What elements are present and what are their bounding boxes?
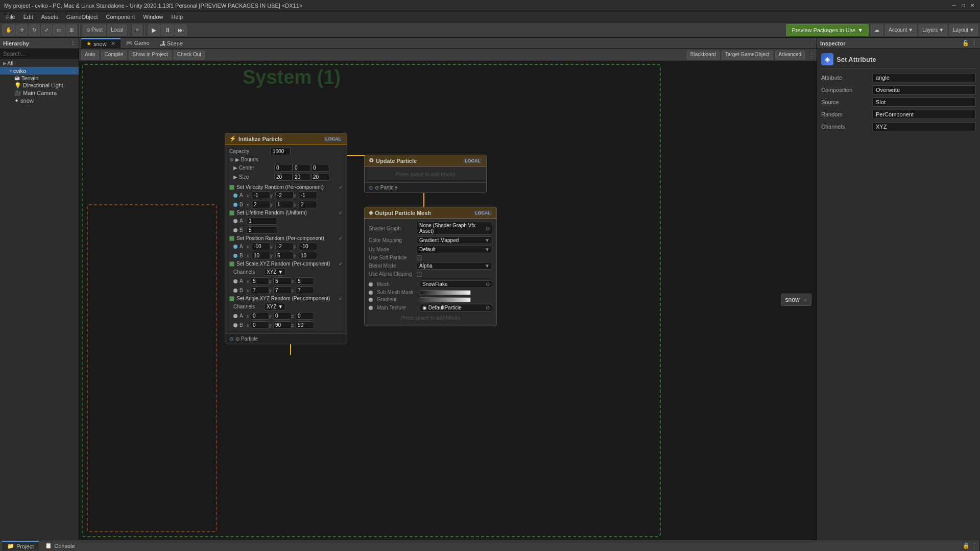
pause-button[interactable]: ⏸: [161, 25, 174, 36]
vfx-mesh: Mesh SnowFlake ⊙: [369, 280, 492, 288]
inspector-title: Inspector: [820, 40, 846, 46]
toolbar-transform[interactable]: ⊞: [66, 25, 77, 36]
snow-tag[interactable]: snow +: [781, 294, 811, 306]
hierarchy-terrain[interactable]: 🏔 Terrain: [0, 75, 79, 82]
title-text: My project - cviko - PC, Mac & Linux Sta…: [4, 3, 950, 9]
tab-project[interactable]: 📁 Project: [2, 541, 39, 550]
vfx-init-node[interactable]: ⚡ Initialize Particle LOCAL Capacity 100…: [225, 133, 347, 344]
toolbar-collab[interactable]: ☁: [871, 25, 883, 36]
vfx-pos-header: Set Position Random (Per-component) ✓: [229, 235, 343, 241]
project-lock[interactable]: 🔒: [963, 542, 970, 549]
vfx-capacity-row: Capacity 1000: [229, 148, 343, 155]
scene-toolbar-menu[interactable]: ⋮: [809, 52, 815, 58]
vfx-angle-b: B x 0 y 90 z 90: [233, 321, 343, 329]
preview-packages-button[interactable]: Preview Packages in Use ▼: [786, 24, 869, 36]
hierarchy-maincamera[interactable]: 🎥 Main Camera: [0, 89, 79, 97]
toolbar-scale[interactable]: ⤢: [41, 25, 52, 36]
toolbar-move[interactable]: ✛: [16, 25, 28, 36]
main-area: Hierarchy ⋮ ▶ All ▼ cviko ⋮ 🏔 Terrain: [0, 38, 980, 540]
vfx-size-row: ▶ Size 20 20 20: [233, 173, 343, 181]
menu-gameobject[interactable]: GameObject: [62, 13, 102, 21]
blackboard-btn[interactable]: Blackboard: [687, 51, 720, 60]
vfx-output-pressspace: Press space to add blocks: [369, 313, 492, 323]
toolbar-layers[interactable]: Layers ▼: [919, 25, 947, 36]
show-in-project-btn[interactable]: Show in Project: [129, 51, 171, 60]
vfx-gradient: Gradient: [369, 297, 492, 302]
vfx-sub-mesh-mask-preview[interactable]: [420, 290, 471, 295]
vfx-inner-border: [87, 204, 217, 532]
tab-console[interactable]: 📋 Console: [40, 541, 80, 550]
scene-panel: ★ snow ✕ 🎮 Game 🏞 Scene ⋮ Auto Compile S…: [79, 38, 817, 540]
play-button[interactable]: ▶: [148, 25, 160, 36]
hierarchy-header: Hierarchy ⋮: [0, 38, 79, 49]
target-gameobject-btn[interactable]: Target GameObject: [722, 51, 773, 60]
vfx-output-node[interactable]: ◈ Output Particle Mesh LOCAL Shader Grap…: [364, 207, 497, 326]
inspector-header: Inspector 🔓 ⋮: [817, 38, 980, 49]
toolbar-hand[interactable]: ✋: [2, 25, 15, 36]
scene-toolbar: Auto Compile Show in Project Check Out B…: [79, 49, 817, 61]
inspector-random-row: Random PerComponent: [821, 110, 976, 119]
project-menu[interactable]: ⋮: [972, 542, 977, 549]
vfx-color-mapping: Color Mapping Gradient Mapped ▼: [369, 236, 492, 244]
vfx-soft-particle: Use Soft Particle: [369, 255, 492, 260]
compile-btn[interactable]: Compile: [101, 51, 127, 60]
inspector-lock[interactable]: 🔓: [962, 40, 969, 46]
close-button[interactable]: ✕: [969, 2, 976, 9]
menu-file[interactable]: File: [2, 13, 19, 21]
advanced-btn[interactable]: Advanced: [775, 51, 805, 60]
auto-btn[interactable]: Auto: [81, 51, 99, 60]
tab-game[interactable]: 🎮 Game: [121, 39, 155, 47]
vfx-update-node[interactable]: ♻ Update Particle LOCAL Press space to a…: [364, 155, 487, 193]
hierarchy-all[interactable]: ▶ All: [0, 60, 79, 67]
tab-scene[interactable]: 🏞 Scene: [155, 39, 188, 47]
vfx-vel-a: A x -1 y -2 z -1: [233, 191, 343, 199]
hierarchy-menu[interactable]: ⋮: [70, 40, 76, 46]
hierarchy-cviko[interactable]: ▼ cviko ⋮: [0, 67, 79, 75]
inspector-composition-row: Composition Overwrite: [821, 85, 976, 94]
hierarchy-snow[interactable]: ✦ snow: [0, 97, 79, 105]
inspector-source-row: Source Slot: [821, 98, 976, 107]
vfx-scale-b: B x 7 y 7 z 7: [233, 286, 343, 294]
vfx-vel-b: B x 2 y 1 z 2: [233, 201, 343, 208]
menu-window[interactable]: Window: [139, 13, 167, 21]
inspector-menu[interactable]: ⋮: [971, 40, 977, 46]
menu-help[interactable]: Help: [167, 13, 187, 21]
bottom-panel: 📁 Project 📋 Console 🔒 ⋮ Assets › Scenes …: [0, 540, 980, 551]
toolbar-rect[interactable]: ▭: [53, 25, 65, 36]
project-panel-tabs: 📁 Project 📋 Console 🔒 ⋮: [0, 540, 979, 551]
menu-component[interactable]: Component: [102, 13, 139, 21]
tab-snow[interactable]: ★ snow ✕: [81, 38, 121, 48]
scene-view[interactable]: System (1): [79, 61, 817, 540]
toolbar-layout[interactable]: Layout ▼: [949, 25, 978, 36]
toolbar: ✋ ✛ ↻ ⤢ ▭ ⊞ ⊙ Pivot Local ≡ ▶ ⏸ ⏭ Previe…: [0, 22, 980, 38]
hierarchy-directionallight[interactable]: 💡 Directional Light: [0, 82, 79, 89]
toolbar-account[interactable]: Account ▼: [885, 25, 917, 36]
vfx-scale-channels: Channels XYZ ▼: [233, 268, 343, 276]
vfx-update-output: ⊙ ⊙ Particle: [365, 182, 486, 193]
vfx-angle-a: A x 0 y 0 z 0: [233, 312, 343, 320]
scene-tabs: ★ snow ✕ 🎮 Game 🏞 Scene ⋮: [79, 38, 817, 49]
menu-assets[interactable]: Assets: [37, 13, 62, 21]
hierarchy-title: Hierarchy: [3, 40, 29, 46]
inspector-attribute-row: Attribute angle: [821, 73, 976, 82]
vfx-center-row: ▶ Center 0 0 0: [233, 164, 343, 172]
vfx-gradient-preview[interactable]: [420, 297, 471, 302]
toolbar-extra1[interactable]: ≡: [132, 25, 142, 36]
menu-edit[interactable]: Edit: [19, 13, 37, 21]
vfx-alpha-clipping: Use Alpha Clipping: [369, 271, 492, 277]
maximize-button[interactable]: □: [960, 2, 967, 9]
inspector-component-title: ◈ Set Attribute: [821, 53, 976, 69]
toolbar-pivot[interactable]: ⊙ Pivot: [83, 25, 106, 36]
minimize-button[interactable]: ─: [950, 2, 958, 9]
vfx-canvas: System (1): [79, 61, 817, 540]
scene-menu[interactable]: ⋮: [809, 40, 815, 46]
step-button[interactable]: ⏭: [175, 25, 187, 36]
toolbar-local[interactable]: Local: [107, 25, 127, 36]
vfx-particle-output: ⊙ ⊙ Particle: [225, 333, 347, 344]
hierarchy-panel: Hierarchy ⋮ ▶ All ▼ cviko ⋮ 🏔 Terrain: [0, 38, 79, 540]
vfx-pos-a: A x -10 y -2 z -10: [233, 243, 343, 250]
hierarchy-search[interactable]: [0, 49, 79, 59]
snow-tag-add[interactable]: +: [804, 297, 807, 303]
check-out-btn[interactable]: Check Out: [174, 51, 205, 60]
toolbar-rotate[interactable]: ↻: [29, 25, 40, 36]
